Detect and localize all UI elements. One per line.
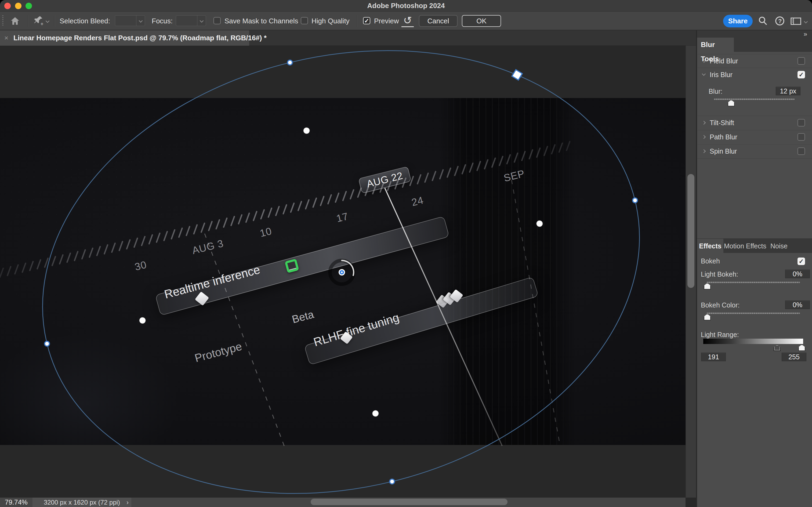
ellipse-handle-right[interactable] <box>632 198 638 203</box>
tool-row-tilt-shift[interactable]: Tilt-Shift <box>697 116 812 129</box>
ellipse-handle-left[interactable] <box>44 341 50 347</box>
chevron-right-icon[interactable] <box>702 59 706 63</box>
bokeh-checkbox[interactable]: ✓ <box>798 258 805 265</box>
preview-label: Preview <box>374 11 399 30</box>
reset-icon[interactable]: ↺ <box>401 15 414 27</box>
tool-row-path-blur[interactable]: Path Blur <box>697 130 812 144</box>
titlebar: Adobe Photoshop 2024 <box>0 0 812 11</box>
light-range-gradient <box>703 339 803 344</box>
feather-handle[interactable] <box>371 409 380 417</box>
panel-collapse-strip: » <box>697 30 812 38</box>
save-mask-label: Save Mask to Channels <box>225 11 298 30</box>
feather-handle[interactable] <box>536 220 543 227</box>
tool-row-spin-blur[interactable]: Spin Blur <box>697 144 812 158</box>
selection-bleed-dropdown[interactable] <box>115 15 145 26</box>
tilt-shift-checkbox[interactable] <box>798 119 805 126</box>
bokeh-color-value[interactable]: 0% <box>785 300 810 309</box>
light-bokeh-label: Light Bokeh: <box>701 270 738 278</box>
tab-motion-effects[interactable]: Motion Effects <box>724 239 766 253</box>
divider <box>697 158 812 159</box>
light-bokeh-slider-handle[interactable] <box>704 283 711 289</box>
chevron-right-icon[interactable] <box>702 121 706 125</box>
light-bokeh-slider-track[interactable] <box>707 282 800 283</box>
milestone-connector-line <box>385 188 502 446</box>
zoom-level[interactable]: 79.74% <box>5 498 27 507</box>
feather-handle[interactable] <box>138 317 147 324</box>
spin-blur-checkbox[interactable] <box>798 148 805 155</box>
blur-amount-value[interactable]: 12 px <box>776 87 801 95</box>
iris-blur-checkbox[interactable]: ✓ <box>798 71 805 78</box>
chevron-right-icon[interactable] <box>702 135 706 139</box>
field-blur-checkbox[interactable] <box>798 57 805 65</box>
status-bar: 79.74% 3200 px x 1620 px (72 ppi) › <box>0 498 686 507</box>
guide-dashed-line <box>512 180 560 444</box>
tool-row-iris-blur[interactable]: Iris Blur ✓ <box>697 68 812 81</box>
options-bar: + Selection Bleed: Focus: Save Mask to C… <box>0 11 812 30</box>
bokeh-color-slider-handle[interactable] <box>704 314 711 320</box>
document-tab-title: Linear Homepage Renders Flat Post.psd @ … <box>13 30 267 46</box>
pin-tool-dropdown-icon[interactable] <box>46 19 49 23</box>
ellipse-handle-bottom[interactable] <box>389 478 395 485</box>
blur-amount-dial[interactable] <box>330 261 354 284</box>
separator <box>28 15 29 27</box>
light-range-max-handle[interactable] <box>798 344 805 351</box>
feather-handle[interactable] <box>303 127 310 134</box>
share-button[interactable]: Share <box>723 15 753 27</box>
path-blur-checkbox[interactable] <box>798 133 805 141</box>
blur-gallery-panel: » Blur Tools Field Blur Iris Blur ✓ Blur… <box>697 30 812 507</box>
home-icon[interactable] <box>10 16 20 27</box>
svg-text:+: + <box>41 21 44 26</box>
light-range-min-value[interactable]: 191 <box>701 353 726 361</box>
preview-checkbox[interactable]: ✓ <box>363 17 370 24</box>
tool-row-field-blur[interactable]: Field Blur <box>697 54 812 68</box>
help-icon[interactable]: ? <box>775 16 785 27</box>
cancel-button[interactable]: Cancel <box>419 15 458 27</box>
document-tab[interactable]: × Linear Homepage Renders Flat Post.psd … <box>0 30 249 46</box>
close-tab-icon[interactable]: × <box>4 30 8 46</box>
workspace-dropdown-icon[interactable] <box>804 19 808 23</box>
effects-tab-row: Effects Motion Effects Noise <box>697 238 812 253</box>
chevron-down-icon[interactable] <box>702 72 706 76</box>
blur-tools-tab-row: Blur Tools <box>697 38 812 52</box>
workspace-icon[interactable] <box>791 17 801 26</box>
ellipse-handle-top[interactable] <box>287 60 293 65</box>
blur-slider-track[interactable] <box>714 99 795 100</box>
toolbar-grip[interactable] <box>2 15 3 26</box>
tab-noise[interactable]: Noise <box>767 239 791 253</box>
separator <box>357 15 358 27</box>
collapse-panels-icon[interactable]: » <box>804 30 807 38</box>
photoshop-window: Adobe Photoshop 2024 + Selection Bleed: … <box>0 0 812 507</box>
search-icon[interactable] <box>758 16 768 27</box>
light-range-min-handle[interactable] <box>773 344 780 351</box>
window-title: Adobe Photoshop 2024 <box>0 0 812 11</box>
canvas-area[interactable]: 30 AUG 3 10 17 24 SEP AUG 22 Realtime in… <box>0 46 686 495</box>
high-quality-label: High Quality <box>311 11 350 30</box>
separator <box>54 15 55 27</box>
focus-dropdown[interactable] <box>176 15 206 26</box>
bokeh-label: Bokeh <box>701 257 720 265</box>
document-info-chevron[interactable]: › <box>126 498 129 507</box>
tab-effects[interactable]: Effects <box>697 239 723 253</box>
pin-tool-icon[interactable]: + <box>33 15 45 27</box>
save-mask-checkbox[interactable] <box>214 17 221 24</box>
tab-blur-tools[interactable]: Blur Tools <box>697 38 734 52</box>
document-info[interactable]: 3200 px x 1620 px (72 ppi) › <box>33 498 131 507</box>
svg-text:?: ? <box>778 18 781 24</box>
horizontal-scrollbar-thumb[interactable] <box>311 499 508 505</box>
light-bokeh-value[interactable]: 0% <box>785 270 810 278</box>
light-range-max-value[interactable]: 255 <box>781 353 806 361</box>
document-tab-bar: × Linear Homepage Renders Flat Post.psd … <box>0 30 697 46</box>
bokeh-color-slider-track[interactable] <box>707 313 800 314</box>
chevron-right-icon[interactable] <box>702 149 706 153</box>
roundness-diamond-handle[interactable] <box>512 70 522 80</box>
blur-slider-handle[interactable] <box>728 100 735 106</box>
ok-button[interactable]: OK <box>462 15 501 27</box>
selection-bleed-label: Selection Bleed: <box>60 11 110 30</box>
bokeh-color-label: Bokeh Color: <box>701 301 740 309</box>
high-quality-checkbox[interactable] <box>301 17 308 24</box>
vertical-scrollbar[interactable] <box>686 46 696 498</box>
blur-amount-label: Blur: <box>709 88 722 95</box>
guide-dashed-line <box>205 234 285 447</box>
light-range-label: Light Range: <box>701 331 739 339</box>
vertical-scrollbar-thumb[interactable] <box>687 174 694 288</box>
